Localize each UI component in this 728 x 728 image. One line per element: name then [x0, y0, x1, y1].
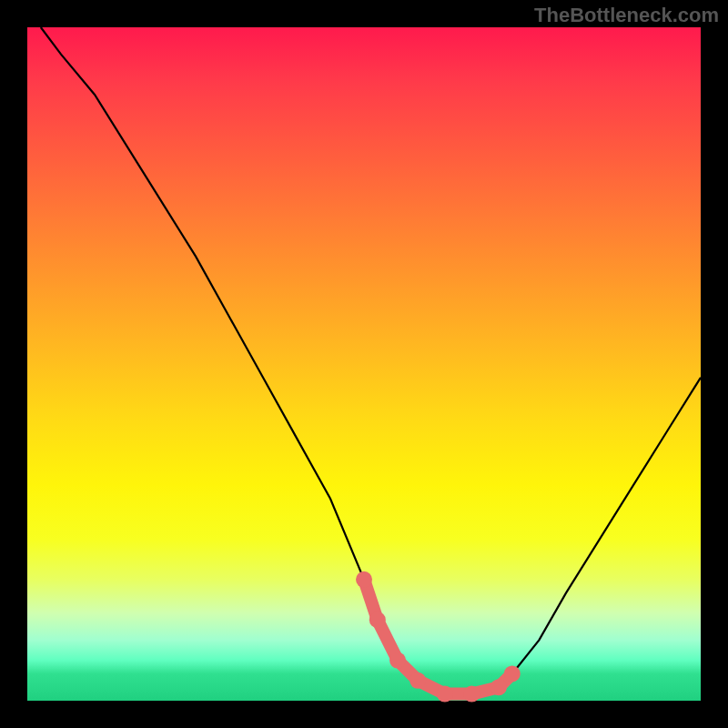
highlight-dot [504, 665, 521, 682]
watermark-text: TheBottleneck.com [534, 4, 719, 27]
highlight-dot [437, 686, 453, 703]
highlight-dot [410, 672, 426, 689]
highlight-dot [463, 686, 480, 703]
chart-svg [27, 27, 701, 701]
highlight-dot [490, 679, 507, 695]
optimal-range-highlight [364, 580, 512, 694]
highlight-dot [369, 612, 386, 628]
highlight-dot [389, 652, 406, 669]
chart-background [27, 27, 701, 701]
highlight-dot [356, 571, 372, 588]
